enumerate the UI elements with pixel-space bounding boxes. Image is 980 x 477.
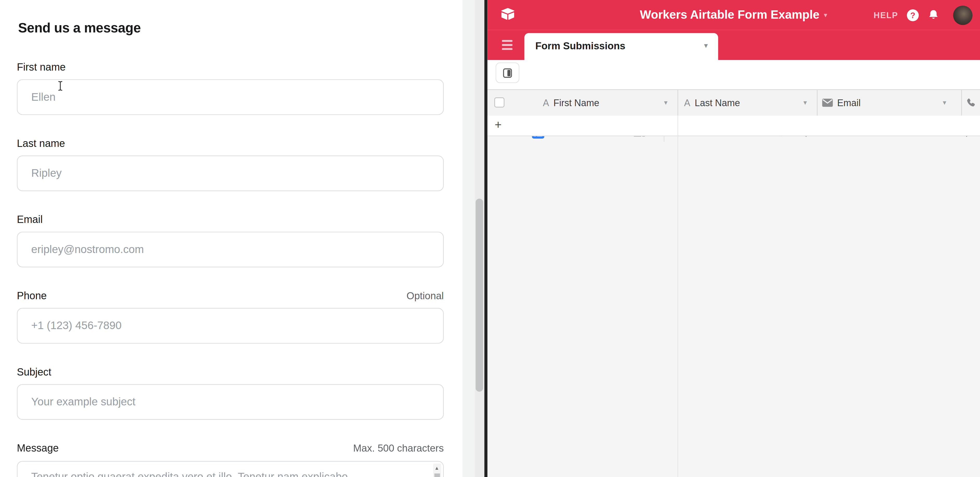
last-name-field: Last name Ripley <box>17 138 444 194</box>
airtable-table-tabs-row: Form Submissions ▾ <box>487 30 980 60</box>
page-scrollbar-thumb[interactable] <box>476 198 483 391</box>
email-label: Email <box>17 214 43 225</box>
add-record-row[interactable]: + <box>487 116 980 136</box>
last-name-placeholder: Ripley <box>31 167 62 180</box>
column-caret-icon[interactable]: ▾ <box>664 98 667 107</box>
table-tab-caret-icon[interactable]: ▾ <box>704 41 708 50</box>
sidebar-toggle-icon <box>502 67 513 79</box>
message-textarea[interactable]: Tenetur optio quaerat expedita vero et i… <box>17 461 444 477</box>
single-line-text-field-icon: A <box>543 97 549 108</box>
column-divider[interactable] <box>961 90 962 116</box>
help-button[interactable]: HELP <box>873 10 898 20</box>
email-field: Email eripley@nostromo.com <box>17 214 444 270</box>
email-placeholder: eripley@nostromo.com <box>31 243 144 256</box>
column-caret-icon[interactable]: ▾ <box>943 98 946 107</box>
message-label: Message <box>17 442 59 454</box>
column-divider[interactable] <box>817 90 817 116</box>
contact-form-pane: Send us a message First name Ellen Last … <box>0 0 463 477</box>
help-question-icon[interactable]: ? <box>907 9 919 21</box>
view-toolbar: Grid view <box>487 60 980 89</box>
subject-label: Subject <box>17 366 51 378</box>
column-name: First Name <box>554 97 599 108</box>
email-field-icon <box>822 98 833 108</box>
primary-column-divider <box>677 116 678 477</box>
message-placeholder: Tenetur optio quaerat expedita vero et i… <box>31 470 348 477</box>
phone-field-icon <box>965 97 975 108</box>
phone-field: Phone Optional +1 (123) 456-7890 <box>17 290 444 346</box>
message-field: Message Max. 500 characters Tenetur opti… <box>17 442 444 477</box>
column-header-last-name[interactable]: A Last Name <box>684 90 740 116</box>
column-header-first-name[interactable]: A First Name <box>543 90 599 116</box>
airtable-pane: Workers Airtable Form Example ▾ HELP ? <box>487 0 980 477</box>
phone-optional-hint: Optional <box>406 290 444 301</box>
view-sidebar-toggle-button[interactable] <box>495 63 519 83</box>
column-name: Email <box>837 97 861 108</box>
phone-label: Phone <box>17 290 47 302</box>
airtable-topbar: Workers Airtable Form Example ▾ HELP ? <box>487 0 980 30</box>
first-name-placeholder: Ellen <box>31 90 56 104</box>
phone-input[interactable]: +1 (123) 456-7890 <box>17 308 444 344</box>
single-line-text-field-icon: A <box>684 97 690 108</box>
base-title[interactable]: Workers Airtable Form Example <box>640 8 819 22</box>
table-tab-form-submissions[interactable]: Form Submissions ▾ <box>524 33 718 60</box>
email-input[interactable]: eripley@nostromo.com <box>17 232 444 267</box>
scroll-up-arrow-icon[interactable]: ▲ <box>434 465 439 471</box>
message-scrollbar[interactable]: ▲ <box>433 463 441 477</box>
subject-placeholder: Your example subject <box>31 396 135 409</box>
text-cursor-icon <box>57 81 63 91</box>
last-name-input[interactable]: Ripley <box>17 155 444 191</box>
grid-header-row: A First Name ▾ A Last Name ▾ Email ▾ <box>487 89 980 117</box>
add-record-plus-icon[interactable]: + <box>495 118 502 132</box>
screen: Send us a message First name Ellen Last … <box>0 0 980 477</box>
subject-field: Subject Your example subject <box>17 366 444 422</box>
phone-placeholder: +1 (123) 456-7890 <box>31 319 121 333</box>
window-divider <box>484 0 487 477</box>
notifications-bell-icon[interactable] <box>928 9 940 21</box>
message-maxchars-hint: Max. 500 characters <box>353 443 444 454</box>
column-caret-icon[interactable]: ▾ <box>803 98 807 107</box>
column-header-email[interactable]: Email <box>822 90 861 116</box>
select-all-checkbox[interactable] <box>494 97 504 108</box>
first-name-input[interactable]: Ellen <box>17 79 444 115</box>
column-name: Last Name <box>695 97 740 108</box>
message-scrollbar-thumb[interactable] <box>434 473 440 477</box>
first-name-field: First name Ellen <box>17 61 444 117</box>
column-header-phone[interactable]: Phone <box>965 90 980 116</box>
table-tab-label: Form Submissions <box>535 41 625 52</box>
column-divider[interactable] <box>677 90 678 116</box>
user-avatar[interactable] <box>953 5 973 25</box>
subject-input[interactable]: Your example subject <box>17 384 444 420</box>
sidebar-menu-icon[interactable] <box>502 40 514 50</box>
form-title: Send us a message <box>18 21 141 36</box>
base-title-caret-icon[interactable]: ▾ <box>824 11 827 19</box>
first-name-label: First name <box>17 61 66 73</box>
last-name-label: Last name <box>17 138 65 149</box>
